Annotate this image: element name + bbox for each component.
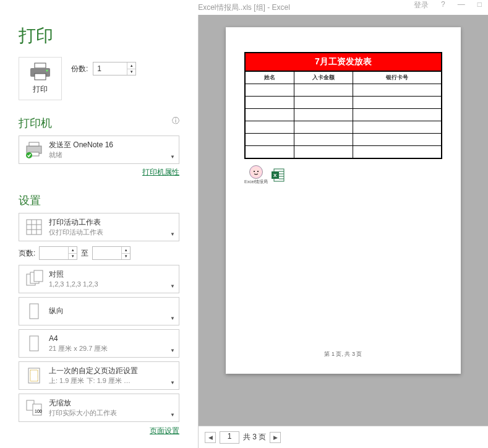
svg-rect-16: [30, 304, 38, 319]
margins-selector[interactable]: 上一次的自定义页边距设置 上: 1.9 厘米 下: 1.9 厘米 … ▼: [19, 361, 179, 390]
svg-rect-2: [35, 74, 46, 80]
worksheet-icon: [24, 217, 44, 237]
pages-to-label: 至: [81, 248, 88, 259]
current-page-input[interactable]: 1: [220, 431, 239, 444]
scaling-icon: 100: [24, 398, 44, 418]
restore-button[interactable]: □: [477, 0, 482, 11]
scaling-selector[interactable]: 100 无缩放 打印实际大小的工作表 ▼: [19, 394, 179, 422]
printer-status: 就绪: [49, 150, 113, 159]
total-pages-label: 共 3 页: [243, 432, 266, 442]
watermark: Excel情报局 X: [244, 165, 442, 185]
print-button-label: 打印: [33, 84, 48, 95]
printer-name: 发送至 OneNote 16: [49, 140, 113, 150]
orientation-selector[interactable]: 纵向 ▼: [19, 297, 179, 325]
copies-input[interactable]: 1 ▲▼: [93, 62, 136, 75]
printer-selector[interactable]: 发送至 OneNote 16 就绪 ▼: [19, 136, 179, 164]
svg-point-25: [257, 171, 259, 172]
print-scope-selector[interactable]: 打印活动工作表 仅打印活动工作表 ▼: [19, 213, 179, 241]
pages-label: 页数:: [19, 248, 35, 259]
svg-rect-15: [34, 270, 43, 282]
svg-point-24: [254, 171, 255, 172]
preview-table: 7月工资发放表 姓名 入卡金额 银行卡号: [244, 52, 442, 159]
svg-point-3: [46, 70, 48, 72]
paper-size-selector[interactable]: A4 21 厘米 x 29.7 厘米 ▼: [19, 329, 179, 358]
margins-icon: [24, 366, 44, 386]
svg-text:100: 100: [35, 409, 42, 413]
copies-down-icon: ▼: [127, 69, 135, 75]
printer-device-icon: [24, 140, 44, 160]
copies-up-icon: ▲: [127, 62, 135, 69]
chevron-down-icon: ▼: [170, 154, 175, 160]
page-from-input[interactable]: ▲▼: [39, 246, 77, 260]
printer-properties-link[interactable]: 打印机属性: [19, 167, 179, 178]
chevron-down-icon: ▼: [170, 283, 175, 289]
svg-text:X: X: [273, 173, 277, 178]
chevron-down-icon: ▼: [170, 316, 175, 321]
chevron-down-icon: ▼: [170, 380, 175, 386]
svg-rect-17: [30, 336, 38, 351]
settings-section-title: 设置: [19, 193, 179, 208]
page-to-input[interactable]: ▲▼: [92, 246, 131, 260]
svg-point-23: [250, 166, 262, 178]
preview-footer: 第 1 页, 共 3 页: [226, 350, 461, 358]
chevron-down-icon: ▼: [170, 412, 175, 418]
svg-rect-8: [27, 220, 41, 235]
chevron-down-icon: ▼: [170, 348, 175, 353]
page-title: 打印: [19, 24, 179, 48]
svg-rect-5: [29, 142, 39, 146]
copies-label: 份数:: [71, 64, 88, 74]
page-icon: [24, 334, 44, 353]
login-text[interactable]: 登录: [414, 0, 429, 11]
portrait-icon: [24, 301, 44, 321]
next-page-button[interactable]: ▶: [270, 432, 281, 443]
collate-selector[interactable]: 对照 1,2,3 1,2,3 1,2,3 ▼: [19, 265, 179, 293]
excel-logo-icon: X: [270, 168, 285, 183]
printer-icon: [29, 62, 51, 81]
minimize-button[interactable]: —: [458, 0, 465, 11]
help-icon[interactable]: ?: [441, 0, 445, 11]
svg-rect-0: [35, 63, 46, 68]
avatar-icon: [249, 165, 263, 179]
chevron-down-icon: ▼: [170, 231, 175, 237]
print-button[interactable]: 打印: [19, 57, 62, 100]
print-preview: 7月工资发放表 姓名 入卡金额 银行卡号 E: [199, 15, 488, 426]
collate-icon: [24, 269, 44, 289]
window-title: Excel情报局..xls [组] - Excel: [198, 2, 290, 13]
preview-page: 7月工资发放表 姓名 入卡金额 银行卡号 E: [226, 27, 461, 374]
printer-section-title: 打印机: [19, 116, 179, 131]
prev-page-button[interactable]: ◀: [205, 432, 216, 443]
page-setup-link[interactable]: 页面设置: [19, 426, 179, 436]
svg-point-7: [26, 152, 32, 158]
